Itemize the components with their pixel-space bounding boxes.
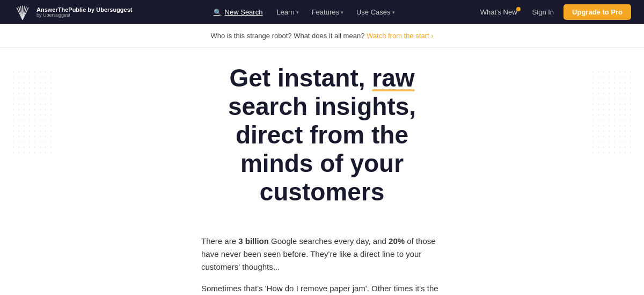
learn-link[interactable]: Learn ▾ — [271, 5, 304, 19]
main-content: Get instant, raw search insights, direct… — [0, 48, 644, 295]
logo-name: AnswerThePublic by Ubersuggest — [36, 6, 132, 13]
hero-raw-word: raw — [372, 64, 414, 92]
hero-desc-1: There are 3 billion Google searches ever… — [201, 235, 443, 274]
use-cases-label: Use Cases — [356, 8, 391, 16]
use-cases-link[interactable]: Use Cases ▾ — [351, 5, 400, 19]
use-cases-chevron: ▾ — [392, 10, 395, 15]
logo-sub: by Ubersuggest — [36, 13, 132, 18]
page-wrapper: AnswerThePublic by Ubersuggest by Ubersu… — [0, 0, 644, 295]
nav-right: What's New Sign In Upgrade to Pro — [475, 4, 631, 20]
hero-description: There are 3 billion Google searches ever… — [201, 235, 443, 295]
hero-title-part1: Get instant, — [229, 64, 372, 92]
whats-new-label: What's New — [480, 8, 517, 16]
learn-chevron: ▾ — [296, 10, 299, 15]
desc1-rest: Google searches every day, and — [269, 236, 389, 246]
learn-label: Learn — [276, 8, 294, 16]
top-banner: Who is this strange robot? What does it … — [0, 24, 644, 48]
dot-grid-left — [11, 69, 54, 155]
hero-text: Get instant, raw search insights, direct… — [201, 64, 443, 219]
whats-new-badge — [516, 7, 521, 11]
new-search-link[interactable]: 🔍 New Search — [207, 5, 269, 19]
features-link[interactable]: Features ▾ — [306, 5, 349, 19]
nav-links: 🔍 New Search Learn ▾ Features ▾ Use Case… — [207, 5, 400, 19]
banner-link-text: Watch from the start › — [367, 32, 434, 40]
center-content: Get instant, raw search insights, direct… — [0, 48, 644, 295]
sign-in-link[interactable]: Sign In — [527, 5, 559, 19]
desc1-bold2: 20% — [389, 236, 405, 246]
hero-desc-2: Sometimes that's 'How do I remove paper … — [201, 282, 443, 295]
features-chevron: ▾ — [341, 10, 343, 15]
whats-new-link[interactable]: What's New — [475, 5, 523, 19]
upgrade-label: Upgrade to Pro — [572, 8, 623, 16]
upgrade-button[interactable]: Upgrade to Pro — [564, 4, 631, 20]
dot-grid-right — [590, 69, 633, 155]
banner-text: Who is this strange robot? What does it … — [211, 32, 365, 40]
banner-link[interactable]: Watch from the start › — [367, 32, 434, 40]
hero-title-part2: search insights, direct from the minds o… — [228, 92, 416, 206]
hero-title: Get instant, raw search insights, direct… — [201, 64, 443, 206]
navbar: AnswerThePublic by Ubersuggest by Ubersu… — [0, 0, 644, 24]
logo[interactable]: AnswerThePublic by Ubersuggest by Ubersu… — [13, 3, 132, 22]
new-search-label: New Search — [225, 8, 263, 16]
desc1-bold1: 3 billion — [238, 236, 269, 246]
features-label: Features — [312, 8, 339, 16]
desc1-pre: There are — [201, 236, 238, 246]
search-icon: 🔍 — [214, 9, 222, 16]
sign-in-label: Sign In — [532, 8, 554, 16]
